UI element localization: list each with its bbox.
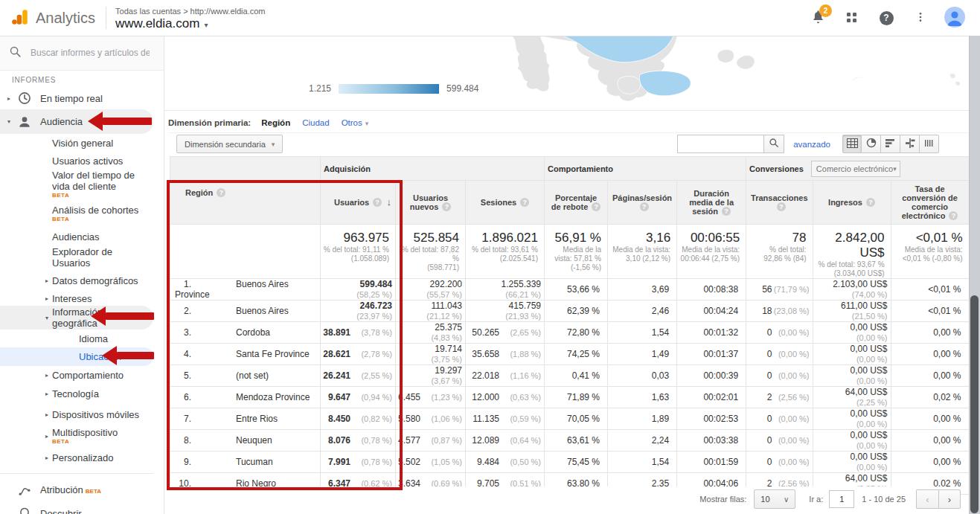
table-row[interactable]: 1.Buenos Aires Province599.484(58,25 %)2…: [170, 279, 970, 301]
region-name[interactable]: Santa Fe Province: [236, 349, 310, 359]
dimension-tab-region[interactable]: Región: [261, 118, 290, 127]
help-icon[interactable]: ?: [949, 211, 958, 220]
sidebar-item-comportamiento[interactable]: ▸Comportamiento: [0, 366, 153, 385]
secondary-dimension-button[interactable]: Dimensión secundaria ▾: [176, 135, 283, 153]
dimension-tab-otros[interactable]: Otros▾: [342, 118, 369, 127]
dimension-tab-ciudad[interactable]: Ciudad: [302, 118, 329, 127]
column-header-usuarios-nuevos[interactable]: Usuarios nuevos?: [396, 181, 466, 225]
chevron-right-icon[interactable]: ▸: [42, 411, 52, 418]
more-options-button[interactable]: [912, 9, 929, 27]
advanced-search-link[interactable]: avanzado: [793, 140, 830, 149]
sidebar-item-idioma[interactable]: Idioma: [0, 330, 153, 347]
chevron-down-icon[interactable]: ▾: [42, 315, 52, 321]
table-row[interactable]: 3.Cordoba38.891(3,78 %)25.375(4,83 %)50.…: [170, 322, 970, 344]
vertical-scrollbar[interactable]: [969, 36, 980, 514]
sidebar-item-personalizado[interactable]: ▸Personalizado: [0, 446, 153, 469]
help-icon[interactable]: ?: [640, 202, 649, 211]
table-search-button[interactable]: [763, 135, 784, 153]
region-name[interactable]: Buenos Aires Province: [175, 279, 289, 300]
total-metric-0: 963.975% del total: 91,11 %(1.058.089): [321, 225, 396, 279]
sidebar-item-dispositivos-moviles[interactable]: ▸Dispositivos móviles: [0, 403, 153, 425]
help-icon[interactable]: ?: [777, 202, 786, 211]
table-row[interactable]: 5.(not set)26.241(2,55 %)19.297(3,67 %)2…: [170, 365, 970, 387]
sidebar-item-intereses[interactable]: ▸Intereses: [0, 292, 153, 306]
view-comparison-button[interactable]: [900, 135, 920, 153]
column-header-tasa-de-conversion-de-comercio-electronico[interactable]: Tasa de conversión de comercio electróni…: [891, 181, 969, 225]
chevron-right-icon[interactable]: ▸: [42, 391, 52, 397]
column-header-porcentaje-de-rebote[interactable]: Porcentaje de rebote?: [545, 181, 608, 225]
search-input[interactable]: [29, 47, 151, 59]
help-icon[interactable]: ?: [592, 202, 601, 211]
chevron-right-icon[interactable]: ▸: [42, 295, 52, 302]
sidebar-item-vision-general[interactable]: Visión general: [0, 134, 153, 152]
table-row[interactable]: 2.Buenos Aires246.723(23,97 %)111.043(21…: [170, 301, 970, 322]
help-icon[interactable]: ?: [520, 198, 529, 207]
column-header-ingresos[interactable]: Ingresos?: [813, 181, 891, 225]
goto-page-input[interactable]: [829, 490, 854, 508]
sidebar-item-datos-demograficos[interactable]: ▸Datos demográficos: [0, 269, 153, 292]
next-page-button[interactable]: ›: [938, 489, 961, 509]
table-row[interactable]: 7.Entre Rios8.450(0,82 %)5.580(1,06 %)11…: [170, 408, 970, 430]
chevron-right-icon[interactable]: ▸: [4, 95, 13, 102]
geo-map[interactable]: 1.215 599.484: [164, 36, 970, 111]
help-icon[interactable]: ?: [442, 202, 451, 211]
sidebar-item-descubrir[interactable]: Descubrir: [0, 503, 153, 514]
help-icon[interactable]: ?: [866, 198, 875, 207]
sidebar-item-usuarios-activos[interactable]: Usuarios activos: [0, 152, 153, 170]
chevron-right-icon[interactable]: ▸: [42, 372, 52, 379]
table-row[interactable]: 4.Santa Fe Province28.621(2,78 %)19.714(…: [170, 344, 970, 365]
table-search-input[interactable]: [677, 135, 763, 153]
region-name[interactable]: (not set): [236, 370, 269, 381]
beta-badge: BETA: [52, 438, 150, 445]
sidebar-item-explorador-de-usuarios[interactable]: Explorador de Usuarios: [0, 245, 153, 269]
help-button[interactable]: ?: [877, 9, 895, 27]
column-header-sesiones[interactable]: Sesiones?: [466, 181, 545, 225]
conversions-type-select[interactable]: Comercio electrónico▾: [811, 161, 900, 177]
sidebar-item-multidispositivo[interactable]: ▸MultidispositivoBETA: [0, 425, 153, 446]
column-header-duracion-media-de-la-sesion[interactable]: Duración media de la sesión?: [677, 181, 746, 225]
scrollbar-thumb[interactable]: [970, 295, 979, 513]
property-selector[interactable]: www.eldia.com ▾: [115, 16, 265, 31]
region-name[interactable]: Mendoza Province: [236, 392, 310, 402]
column-header-paginas-sesion[interactable]: Páginas/sesión?: [608, 181, 677, 225]
table-row[interactable]: 9.Tucuman7.991(0,78 %)5.502(1,05 %)9.484…: [170, 452, 970, 473]
chevron-right-icon[interactable]: ▸: [42, 277, 52, 284]
sidebar-item-en-tiempo-real[interactable]: ▸En tiempo real: [0, 87, 153, 109]
analytics-home-link[interactable]: Analytics: [0, 7, 95, 29]
view-pivot-button[interactable]: [920, 135, 939, 153]
column-header-usuarios[interactable]: Usuarios?↓: [321, 181, 396, 225]
table-row[interactable]: 6.Mendoza Province9.647(0,94 %)6.455(1,2…: [170, 387, 970, 408]
help-icon[interactable]: ?: [217, 188, 225, 197]
column-header-transacciones[interactable]: Transacciones?: [746, 181, 813, 225]
apps-menu-button[interactable]: [843, 9, 861, 27]
sidebar-item-audiencia[interactable]: ▾Audiencia: [0, 109, 153, 134]
sidebar-item-tecnologia[interactable]: ▸Tecnología: [0, 385, 153, 403]
view-table-button[interactable]: [842, 135, 862, 153]
help-icon[interactable]: ?: [373, 198, 382, 207]
chevron-right-icon[interactable]: ▸: [42, 433, 52, 440]
table-row[interactable]: 8.Neuquen8.076(0,78 %)4.577(0,87 %)12.08…: [170, 430, 970, 452]
rows-per-page-select[interactable]: 10 ∨: [754, 489, 795, 509]
help-icon[interactable]: ?: [722, 207, 731, 216]
region-name[interactable]: Neuquen: [236, 435, 272, 446]
sidebar-search[interactable]: [0, 36, 164, 71]
sidebar-item-audiencias[interactable]: Audiencias: [0, 228, 153, 245]
notifications-button[interactable]: 2: [809, 9, 827, 27]
chevron-right-icon[interactable]: ▸: [42, 454, 52, 461]
sidebar-item-valor-del-tiempo-de-vida-del-cliente[interactable]: Valor del tiempo de vida del clienteBETA: [0, 170, 153, 199]
region-name[interactable]: Buenos Aires: [236, 306, 289, 316]
region-name[interactable]: Tucuman: [236, 457, 273, 467]
view-percentage-button[interactable]: [862, 135, 881, 153]
sidebar-item-informacion-geografica[interactable]: ▾Información geográfica: [0, 306, 153, 330]
view-performance-button[interactable]: [881, 135, 900, 153]
breadcrumb[interactable]: Todas las cuentas > http://www.eldia.com: [115, 4, 265, 16]
sort-desc-icon[interactable]: ↓: [387, 196, 392, 208]
previous-page-button[interactable]: ‹: [916, 489, 938, 509]
sidebar-item-analisis-de-cohortes[interactable]: Análisis de cohortesBETA: [0, 199, 153, 228]
chevron-down-icon[interactable]: ▾: [4, 118, 13, 125]
region-name[interactable]: Cordoba: [236, 327, 270, 338]
sidebar-item-ubicacion[interactable]: Ubicación: [0, 347, 153, 366]
sidebar-item-atribucion[interactable]: AtribuciónBETA: [0, 478, 153, 503]
region-name[interactable]: Entre Rios: [236, 414, 278, 424]
account-avatar[interactable]: [946, 9, 964, 27]
